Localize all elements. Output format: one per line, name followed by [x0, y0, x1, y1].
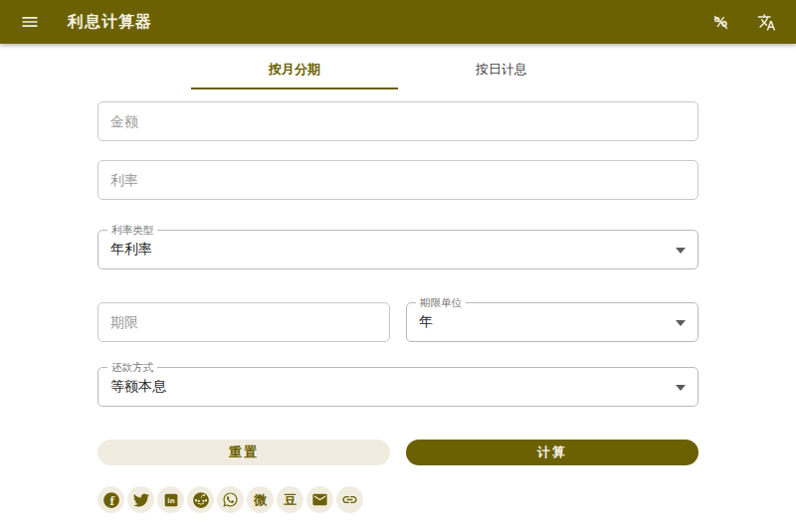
weibo-glyph: 微 [254, 493, 267, 506]
link-icon[interactable] [336, 486, 363, 513]
douban-glyph: 豆 [284, 493, 297, 506]
facebook-icon[interactable]: f [98, 486, 124, 513]
linkedin-icon[interactable]: in [157, 486, 184, 513]
translate-icon[interactable] [750, 6, 782, 38]
dropdown-arrow-icon [676, 248, 686, 254]
action-buttons: 重置 计算 [98, 440, 698, 465]
tab-monthly-label: 按月分期 [269, 61, 320, 79]
svg-text:f: f [109, 494, 114, 506]
dropdown-arrow-icon [676, 320, 686, 326]
svg-text:in: in [167, 497, 174, 505]
term-input[interactable] [98, 302, 390, 342]
term-unit-label: 期限单位 [416, 296, 466, 309]
rate-type-value: 年利率 [110, 241, 152, 259]
whatsapp-icon[interactable] [217, 486, 244, 513]
share-bar: f in [98, 486, 698, 513]
rate-input[interactable] [98, 160, 698, 200]
tab-bar: 按月分期 按日计息 [191, 52, 605, 89]
repayment-method-value: 等额本息 [110, 378, 166, 396]
percent-strikethrough-icon[interactable]: % [704, 6, 736, 38]
app-bar: 利息计算器 % [0, 0, 796, 44]
reddit-icon[interactable] [187, 486, 214, 513]
reset-button[interactable]: 重置 [98, 440, 390, 465]
weibo-icon[interactable]: 微 [247, 486, 274, 513]
tab-daily-interest[interactable]: 按日计息 [398, 52, 605, 89]
douban-icon[interactable]: 豆 [277, 486, 303, 513]
term-unit-select[interactable]: 期限单位 年 [406, 302, 698, 342]
dropdown-arrow-icon [676, 385, 686, 391]
repayment-method-select[interactable]: 还款方式 等额本息 [98, 367, 698, 407]
term-unit-value: 年 [419, 313, 433, 331]
amount-input[interactable] [98, 101, 698, 141]
calculate-button[interactable]: 计算 [406, 440, 698, 465]
rate-type-select[interactable]: 利率类型 年利率 [98, 230, 698, 269]
email-icon[interactable] [306, 486, 333, 513]
repayment-method-label: 还款方式 [107, 361, 157, 374]
twitter-icon[interactable] [127, 486, 154, 513]
menu-icon[interactable] [14, 6, 46, 38]
rate-type-label: 利率类型 [107, 224, 157, 237]
tab-monthly-installment[interactable]: 按月分期 [191, 52, 398, 89]
app-title: 利息计算器 [68, 12, 152, 33]
tab-daily-label: 按日计息 [476, 61, 527, 79]
calculator-form: 利率类型 年利率 期限单位 年 还款方式 等额本息 重置 计算 f [98, 89, 698, 513]
